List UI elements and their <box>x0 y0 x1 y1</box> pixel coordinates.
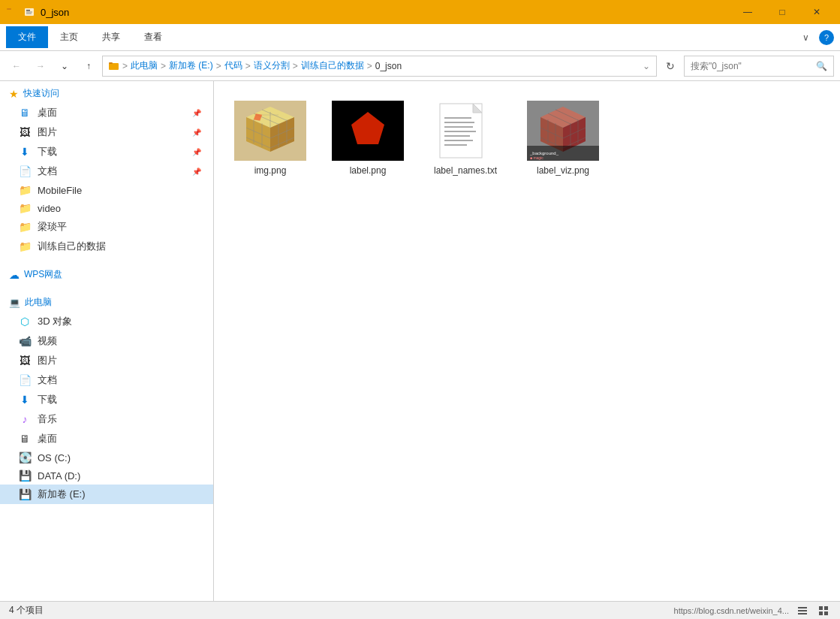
tab-share[interactable]: 共享 <box>90 26 132 48</box>
documents-icon: 📄 <box>18 165 32 177</box>
search-bar[interactable]: 🔍 <box>684 56 834 77</box>
forward-button[interactable]: → <box>30 56 51 77</box>
breadcrumb-item-code[interactable]: 代码 <box>224 59 242 72</box>
this-pc-header[interactable]: 💻 此电脑 <box>0 290 213 312</box>
sidebar-item-mobilefile[interactable]: 📁 MobileFile <box>0 181 213 199</box>
svg-rect-31 <box>444 122 474 123</box>
tiles-view-icon <box>818 605 829 616</box>
close-button[interactable]: ✕ <box>799 0 834 24</box>
osc-icon: 💽 <box>18 451 32 463</box>
sidebar-item-desktop[interactable]: 🖥 桌面 📌 <box>0 103 213 122</box>
quick-access-header[interactable]: ★ 快速访问 <box>0 81 213 103</box>
svg-rect-55 <box>798 610 807 611</box>
svg-rect-60 <box>824 611 828 615</box>
breadcrumb-item-seg[interactable]: 语义分割 <box>254 59 290 72</box>
dropdown-nav-button[interactable]: ⌄ <box>54 56 75 77</box>
view-tiles-button[interactable] <box>816 603 831 618</box>
sidebar-item-videos[interactable]: 📹 视频 <box>0 331 213 351</box>
svg-rect-6 <box>109 63 119 70</box>
quick-access-label: 快速访问 <box>23 87 59 100</box>
sidebar-item-mobilefile-label: MobileFile <box>38 185 82 196</box>
sidebar-item-traindata[interactable]: 📁 训练自己的数据 <box>0 237 213 256</box>
ribbon-expand-button[interactable]: ∨ <box>795 27 816 48</box>
refresh-button[interactable]: ↻ <box>660 56 681 77</box>
files-grid: img.png label.png <box>229 96 825 180</box>
svg-rect-36 <box>444 144 467 146</box>
tab-home[interactable]: 主页 <box>48 26 90 48</box>
svg-rect-7 <box>109 62 113 64</box>
file-item-label[interactable]: label.png <box>327 96 409 180</box>
traindata-icon: 📁 <box>18 240 32 252</box>
video-icon: 📁 <box>18 202 32 214</box>
maximize-button[interactable]: □ <box>765 0 799 24</box>
sidebar-item-desktop2-label: 桌面 <box>38 432 57 445</box>
svg-rect-30 <box>444 117 471 119</box>
this-pc-label: 此电脑 <box>25 296 52 309</box>
pin-icon: 📌 <box>192 109 201 117</box>
svg-rect-0 <box>7 9 17 17</box>
ribbon-expand: ∨ ? <box>795 27 834 48</box>
sidebar-item-pictures[interactable]: 🖼 图片 📌 <box>0 122 213 142</box>
downloads2-icon: ⬇ <box>18 394 32 406</box>
statusbar-right: https://blog.csdn.net/weixin_4... <box>674 603 831 618</box>
titlebar-folder-icon <box>6 6 18 18</box>
file-item-label-names[interactable]: label_names.txt <box>424 96 507 180</box>
sidebar-item-traindata-label: 训练自己的数据 <box>38 240 106 253</box>
sidebar-item-video[interactable]: 📁 video <box>0 199 213 217</box>
sidebar-item-new-e-label: 新加卷 (E:) <box>38 488 86 501</box>
sidebar-item-documents2[interactable]: 📄 文档 <box>0 370 213 390</box>
ribbon-help-button[interactable]: ? <box>819 30 834 45</box>
breadcrumb-sep: > <box>122 61 128 71</box>
desktop-icon: 🖥 <box>18 107 32 119</box>
sidebar-item-videos-label: 视频 <box>38 334 57 348</box>
pin-icon-2: 📌 <box>192 128 201 137</box>
sidebar-item-downloads2-label: 下载 <box>38 393 57 406</box>
tab-file[interactable]: 文件 <box>6 26 48 48</box>
back-button[interactable]: ← <box>6 56 27 77</box>
sidebar-item-3d-label: 3D 对象 <box>38 315 72 328</box>
breadcrumb-item-train[interactable]: 训练自己的数据 <box>301 59 364 72</box>
up-button[interactable]: ↑ <box>78 56 99 77</box>
sidebar-item-music[interactable]: ♪ 音乐 <box>0 409 213 429</box>
sidebar-item-data-d[interactable]: 💾 DATA (D:) <box>0 467 213 485</box>
liangyanping-icon: 📁 <box>18 221 32 233</box>
tab-view[interactable]: 查看 <box>132 26 174 48</box>
titlebar: 0_json — □ ✕ <box>0 0 840 24</box>
sidebar-item-liangyanping-label: 梁琰平 <box>38 220 67 234</box>
videos-icon: 📹 <box>18 335 32 347</box>
file-thumb-label-viz: _background_ ■ magic <box>527 101 599 161</box>
file-thumb-label <box>332 101 404 161</box>
file-thumb-img <box>234 101 306 161</box>
txt-thumb-svg <box>429 101 501 161</box>
sidebar-item-liangyanping[interactable]: 📁 梁琰平 <box>0 217 213 237</box>
sidebar-item-documents2-label: 文档 <box>38 373 57 387</box>
sidebar-item-pictures2[interactable]: 🖼 图片 <box>0 351 213 370</box>
sidebar-item-3d[interactable]: ⬡ 3D 对象 <box>0 312 213 331</box>
quick-access-star-icon: ★ <box>9 88 19 100</box>
wps-cloud-header[interactable]: ☁ WPS网盘 <box>0 262 213 284</box>
breadcrumb-item-drive[interactable]: 新加卷 (E:) <box>169 59 213 72</box>
sidebar-item-desktop2[interactable]: 🖥 桌面 <box>0 429 213 448</box>
sidebar: ★ 快速访问 🖥 桌面 📌 🖼 图片 📌 ⬇ 下载 📌 📄 文档 📌 📁 Mob… <box>0 81 214 601</box>
search-icon: 🔍 <box>816 61 827 71</box>
sidebar-item-documents[interactable]: 📄 文档 📌 <box>0 162 213 181</box>
rubik-thumb-svg <box>234 101 306 161</box>
breadcrumb[interactable]: > 此电脑 > 新加卷 (E:) > 代码 > 语义分割 > 训练自己的数据 >… <box>102 56 657 77</box>
svg-rect-58 <box>824 606 828 610</box>
svg-rect-34 <box>444 135 470 137</box>
minimize-button[interactable]: — <box>730 0 765 24</box>
file-name-img: img.png <box>254 165 287 176</box>
sidebar-item-downloads[interactable]: ⬇ 下载 📌 <box>0 142 213 162</box>
ribbon: 文件 主页 共享 查看 ∨ ? <box>0 24 840 51</box>
file-item-label-viz[interactable]: _background_ ■ magic label_viz.png <box>522 96 604 180</box>
sidebar-item-downloads2[interactable]: ⬇ 下载 <box>0 390 213 409</box>
3d-icon: ⬡ <box>18 316 32 328</box>
search-input[interactable] <box>691 61 813 71</box>
sidebar-item-osc[interactable]: 💽 OS (C:) <box>0 448 213 467</box>
sidebar-item-new-e[interactable]: 💾 新加卷 (E:) <box>0 485 213 504</box>
file-item-img[interactable]: img.png <box>229 96 312 180</box>
view-details-button[interactable] <box>795 603 810 618</box>
svg-rect-4 <box>26 12 32 13</box>
statusbar: 4 个项目 https://blog.csdn.net/weixin_4... <box>0 601 840 619</box>
breadcrumb-item-pc[interactable]: 此电脑 <box>131 59 158 72</box>
